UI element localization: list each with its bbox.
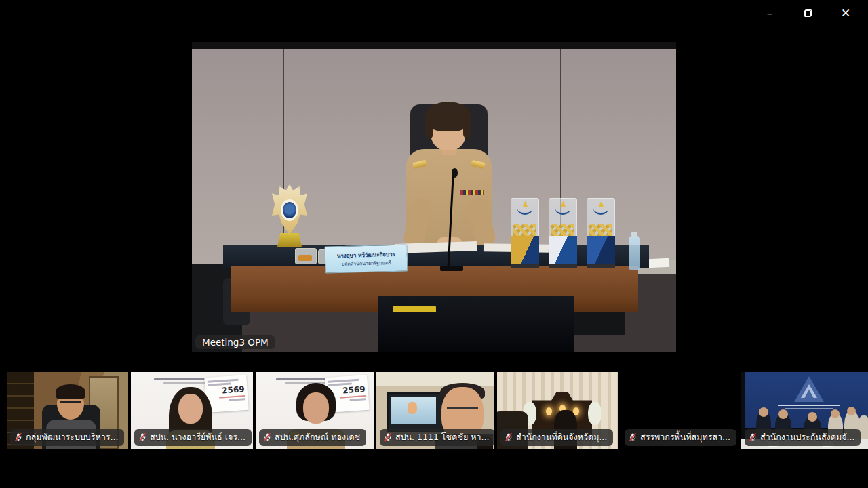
desk-nameplate: นางอุษา ทวีวัฒนะกิจบวร ปลัดสำนักนายกรัฐม… [324,244,408,273]
minimize-button[interactable]: – [760,3,780,23]
participant-hair [56,384,85,399]
royal-emblem-core [283,202,296,218]
flower-arrangement [588,402,601,425]
muted-mic-icon [14,432,23,442]
participant-tile-2[interactable]: 2569 สปน. นางอารีย์พันธ์ เจร... [131,372,253,449]
glasses [447,407,478,415]
participant-name-label: กลุ่มพัฒนาระบบบริหาร... [10,429,124,446]
participant-name-text: สำนักงานประกันสังคมจั... [760,430,854,444]
glasses [60,401,81,407]
candle-light [546,407,552,415]
participant-tile-1[interactable]: กลุ่มพัฒนาระบบบริหาร... [7,372,128,449]
award-trophies [511,198,619,271]
participant-name-text: กลุ่มพัฒนาระบบบริหาร... [26,430,118,444]
restore-button[interactable] [797,3,818,23]
participant-tile-5[interactable]: สำนักงานที่ดินจังหวัดมุ... [497,372,618,449]
snack-box [295,248,317,264]
muted-mic-icon [138,432,147,442]
muted-mic-icon [748,432,757,442]
monitor-back [378,296,574,352]
participant-tile-3[interactable]: 2569 สปน.ศุภลักษณ์ ทองเดช [256,372,374,449]
person-head [808,412,817,422]
participant-name-label: สปน. นางอารีย์พันธ์ เจร... [134,429,252,446]
participant-face [303,392,329,424]
participant-name-label: สำนักงานประกันสังคมจั... [745,429,861,446]
uniform-medals [460,190,484,195]
main-video-name-text: Meeting3 OPM [202,337,269,348]
main-speaker-video[interactable]: นางอุษา ทวีวัฒนะกิจบวร ปลัดสำนักนายกรัฐม… [192,42,676,352]
close-button[interactable]: ✕ [835,3,856,23]
meeting-app-window: – ✕ [0,0,868,488]
restore-icon [804,9,812,17]
trophy [587,198,615,266]
poster-year: 2569 [208,385,245,396]
participant-name-label: สรรพากรพื้นที่สมุทรสา... [625,429,736,446]
water-bottle [629,236,640,270]
microphone-head [452,168,458,178]
monitor-label-sticker [393,306,436,312]
participant-tile-7[interactable]: สำนักงานประกันสังคมจั... [741,372,868,449]
participant-name-label: สปน. 1111 โชคชัย หา... [380,429,494,446]
participant-tile-4[interactable]: สปน. 1111 โชคชัย หา... [376,372,494,449]
participant-name-label: สำนักงานที่ดินจังหวัดมุ... [500,429,613,446]
participant-name-text: สำนักงานที่ดินจังหวัดมุ... [516,430,607,444]
microphone-base [440,266,463,271]
person-head [831,409,840,418]
speaker-hair-side [463,115,471,138]
nameplate-title: ปลัดสำนักนายกรัฐมนตรี [342,259,391,268]
wall-top-band [192,42,676,49]
participant-name-text: สปน. นางอารีย์พันธ์ เจร... [150,430,245,444]
participant-face [178,394,203,424]
main-video-name-label: Meeting3 OPM [195,336,275,349]
logo-text-line [778,405,840,406]
person-head [759,407,768,417]
speaker-hair-side [425,115,433,138]
participant-tile-6[interactable]: สรรพากรพื้นที่สมุทรสา... [621,372,738,449]
muted-mic-icon [262,432,272,442]
muted-mic-icon [628,432,637,442]
person-head [847,407,856,415]
participant-name-text: สรรพากรพื้นที่สมุทรสา... [640,430,730,444]
royal-emblem [268,184,311,247]
trophy [511,198,539,266]
participant-name-text: สปน. 1111 โชคชัย หา... [395,430,489,444]
trophy [549,198,577,266]
tv-figure [408,402,417,414]
muted-mic-icon [504,432,513,442]
participant-name-text: สปน.ศุภลักษณ์ ทองเดช [275,430,360,444]
muted-mic-icon [383,432,393,442]
participant-name-label: สปน.ศุภลักษณ์ ทองเดช [259,429,366,446]
royal-emblem-stand [277,233,302,247]
person-head [778,409,788,419]
window-controls: – ✕ [760,0,868,26]
logo-text-line [785,408,833,409]
